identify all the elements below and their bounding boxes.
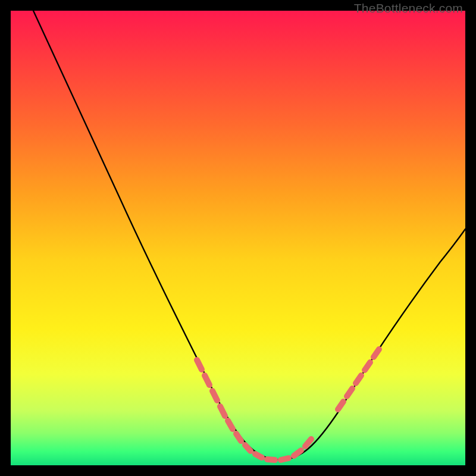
highlight-dash	[205, 375, 209, 385]
chart-curve-group	[33, 11, 465, 460]
highlight-dash	[305, 439, 311, 446]
highlight-dash	[236, 434, 241, 441]
chart-svg	[0, 0, 476, 476]
highlight-dash	[365, 362, 370, 370]
highlight-dash	[281, 458, 289, 460]
highlight-dash	[212, 391, 217, 400]
highlight-dash	[220, 406, 225, 416]
highlight-dash	[374, 349, 379, 357]
highlight-dash	[228, 421, 233, 429]
highlight-dash	[197, 360, 202, 369]
highlight-dash	[356, 375, 361, 383]
highlight-dash	[255, 454, 262, 458]
highlight-right-group	[338, 349, 379, 409]
chart-curve-line	[33, 11, 465, 460]
highlight-dash	[338, 402, 343, 409]
highlight-dash	[347, 389, 352, 396]
highlight-left-group	[197, 360, 311, 460]
highlight-dash	[245, 445, 250, 451]
highlight-dash	[267, 459, 275, 460]
